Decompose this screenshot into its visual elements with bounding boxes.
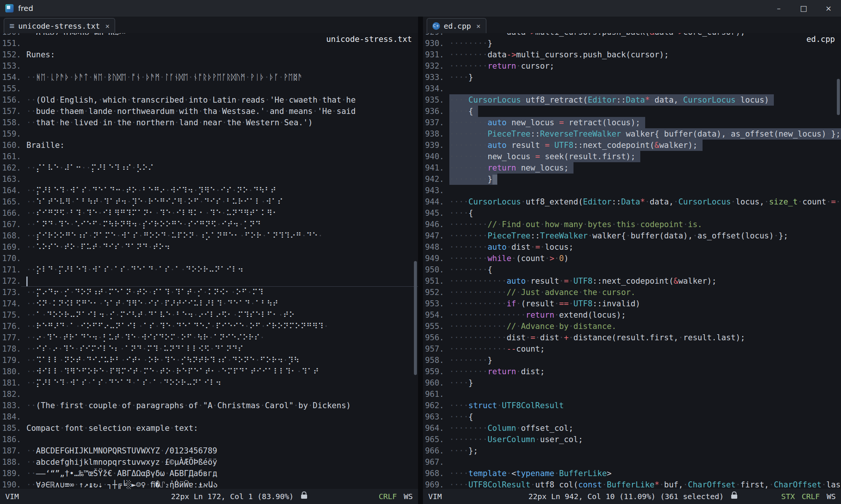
code-line[interactable]: 157.··bude·thaem·lande·northweardum·with… (0, 106, 418, 117)
code-line[interactable]: 190.··∀∂∈ℝ∧∪≡∞·↑↗↨↻⇣·┐┼╔╘░►☺♀·ﬁ�⑀₂ἠḂӥẄɐː… (0, 479, 418, 489)
code-line[interactable]: 159. (0, 128, 418, 140)
code-line[interactable]: 968.····template·<typename·BufferLike> (423, 468, 841, 479)
code-line[interactable]: 962.····struct·UTF8ColResult (423, 400, 841, 411)
code-line[interactable]: 958.········} (423, 355, 841, 366)
code-line[interactable]: 156.··(Old·English,·which·transcribed·in… (0, 94, 418, 106)
close-button[interactable]: × (816, 0, 841, 17)
code-line[interactable]: 179.··⠩⠁⠇⠇·⠝⠕⠞·⠙⠊⠌⠥⠗⠃·⠊⠞⠂·⠕⠗·⠹⠑·⡊⠳⠝⠞⠗⠹⠰⠎… (0, 355, 418, 366)
lock-icon[interactable] (301, 495, 307, 499)
tab-close-icon[interactable]: × (476, 22, 480, 30)
tab-unicode-stress-txt[interactable]: unicode-stress.txt × (4, 18, 115, 33)
code-line[interactable]: 948.········auto·dist·=·locus; (423, 241, 841, 253)
code-line[interactable]: 947.········PieceTree::TreeWalker·walker… (423, 230, 841, 241)
scrollbar-thumb[interactable] (414, 261, 417, 375)
code-line[interactable]: 184. (0, 411, 418, 423)
code-line[interactable]: 166.··⠎⠊⠛⠝⠫·⠃⠹·⠹⠑·⠊⠇⠻⠛⠹⠍⠁⠝⠂·⠹⠑·⠊⠇⠻⠅⠂·⠹⠑·… (0, 207, 418, 219)
minimize-button[interactable]: – (766, 0, 791, 17)
code-line[interactable]: 174.··⠪⠝·⠅⠝⠪⠇⠫⠛⠑⠂·⠱⠁⠞·⠹⠻⠑·⠊⠎·⠏⠜⠞⠊⠊⠥⠇⠜⠇⠹·… (0, 298, 418, 309)
code-line[interactable]: 938.········PieceTree::ReverseTreeWalker… (423, 128, 841, 140)
statusbar-left: VIM 22px Ln 172, Col 1 (83.90%) CRLFWS (0, 489, 418, 504)
code-line[interactable]: 957.············--count; (423, 343, 841, 355)
code-line[interactable]: 966.····}; (423, 445, 841, 456)
code-line[interactable]: 152.Runes: (0, 49, 418, 60)
code-line[interactable]: 960.····} (423, 377, 841, 389)
code-line[interactable]: 188.··abcdefghijklmnopqrstuvwxyz·£©µÀÆÖÞ… (0, 456, 418, 468)
code-line[interactable]: 954.················return·extend(locus)… (423, 309, 841, 321)
code-line[interactable]: 167.··⠁⠝⠙·⠹⠑·⠡⠊⠑⠋·⠍⠳⠗⠝⠻⠲·⡎⠊⠗⠕⠕⠛⠑·⠎⠊⠛⠝⠫·⠊… (0, 219, 418, 230)
code-line[interactable]: 172. (0, 275, 418, 287)
code-line[interactable]: 934. (423, 83, 841, 94)
code-line[interactable]: 154.··ᚻᛖ·ᚳᚹᚫᚦ·ᚦᚫᛏ·ᚻᛖ·ᛒᚢᛞᛖ·ᚩᚾ·ᚦᚫᛗ·ᛚᚪᚾᛞᛖ·ᚾ… (0, 72, 418, 83)
code-line[interactable]: 939.········auto·result·=·UTF8::next_cod… (423, 140, 841, 151)
code-line[interactable]: 930.········} (423, 38, 841, 49)
code-line[interactable]: 963.····{ (423, 411, 841, 423)
selection-highlight: ········} (449, 174, 497, 185)
titlebar[interactable]: fred – □ × (0, 0, 841, 17)
code-line[interactable]: 935.····CursorLocus·utf8_retract(Editor:… (423, 94, 841, 106)
filename-overlay: unicode-stress.txt (326, 35, 412, 44)
code-line[interactable]: 942.········} (423, 174, 841, 185)
code-line[interactable]: 933.····} (423, 72, 841, 83)
code-line[interactable]: 162.··⡌⠁⠧⠑·⠼⠁⠒··⡍⠜⠇⠑⠹⠰⠎·⡣⠕⠌ (0, 162, 418, 174)
code-line[interactable]: 165.··⠱⠁⠞⠑⠧⠻·⠁⠃⠳⠞·⠹⠁⠞⠲·⡹⠑·⠗⠑⠛⠊⠌⠻·⠕⠋·⠙⠊⠎·… (0, 196, 418, 207)
code-line[interactable]: 182. (0, 389, 418, 400)
code-line[interactable]: 945.····{ (423, 207, 841, 219)
code-line[interactable]: 181.··⡍⠜⠇⠑⠹·⠺⠁⠎·⠁⠎·⠙⠑⠁⠙·⠁⠎·⠁·⠙⠕⠕⠗⠤⠝⠁⠊⠇⠲ (0, 377, 418, 389)
code-line[interactable]: 173.··⡍⠔⠙⠖·⡊·⠙⠕⠝⠰⠞·⠍⠑⠁⠝·⠞⠕·⠎⠁⠹·⠹⠁⠞·⡊·⠅⠝⠪… (0, 287, 418, 298)
code-line[interactable]: 187.··ABCDEFGHIJKLMNOPQRSTUVWXYZ·/012345… (0, 445, 418, 456)
code-line[interactable]: 169.··⠡⠕⠎⠑·⠞⠕·⠏⠥⠞·⠙⠊⠎·⠙⠁⠝⠙·⠞⠕⠲ (0, 241, 418, 253)
code-line[interactable]: 164.··⡍⠜⠇⠑⠹·⠺⠁⠎·⠙⠑⠁⠙⠒·⠞⠕·⠃⠑⠛⠔·⠺⠊⠹⠲·⡹⠻⠑·⠊… (0, 185, 418, 196)
tab-ed-cpp[interactable]: ed.cpp × (427, 18, 486, 33)
code-line[interactable]: 177.··⠔·⠹⠑·⠞⠗⠁⠙⠑⠲·⡃⠥⠞·⠹⠑·⠺⠊⠎⠙⠕⠍·⠕⠋·⠳⠗·⠁⠝… (0, 332, 418, 343)
code-line[interactable]: 929.············data->multi_cursors.push… (423, 33, 841, 38)
code-line[interactable]: 180.··⠺⠊⠇⠇·⠹⠻⠑⠋⠕⠗⠑·⠏⠻⠍⠊⠞·⠍⠑·⠞⠕·⠗⠑⠏⠑⠁⠞⠂·⠑… (0, 366, 418, 377)
code-line[interactable]: 185.Compact·font·selection·example·text: (0, 423, 418, 434)
code-line[interactable]: 961. (423, 389, 841, 400)
scrollbar-left[interactable] (413, 33, 418, 489)
code-line[interactable]: 158.··that·he·lived·in·the·northern·land… (0, 117, 418, 128)
text-editor-left[interactable]: unicode-stress.txt 150.··እግርህን·በፍራሽህ·ልክ·… (0, 33, 418, 489)
code-line[interactable]: 171.··⡕⠇⠙·⡍⠜⠇⠑⠹·⠺⠁⠎·⠁⠎·⠙⠑⠁⠙·⠁⠎·⠁·⠙⠕⠕⠗⠤⠝⠁… (0, 264, 418, 275)
code-line[interactable]: 951.············auto·result·=·UTF8::next… (423, 275, 841, 287)
code-line[interactable]: 155. (0, 83, 418, 94)
code-line[interactable]: 178.··⠊⠎·⠔·⠹⠑·⠎⠊⠍⠊⠇⠑⠆·⠁⠝⠙·⠍⠹·⠥⠝⠙⠁⠇⠇⠪⠫·⠙⠁… (0, 343, 418, 355)
code-line[interactable]: 944.····CursorLocus·utf8_extend(Editor::… (423, 196, 841, 207)
code-line[interactable]: 170. (0, 253, 418, 264)
code-line[interactable]: 932.········return·cursor; (423, 60, 841, 72)
code-line[interactable]: 168.··⡎⠊⠗⠕⠕⠛⠑⠰⠎·⠝⠁⠍⠑·⠺⠁⠎·⠛⠕⠕⠙·⠥⠏⠕⠝·⠰⡡⠁⠝⠛… (0, 230, 418, 241)
code-line[interactable]: 959.········return·dist; (423, 366, 841, 377)
code-line[interactable]: 937.········auto·new_locus·=·retract(loc… (423, 117, 841, 128)
code-line[interactable]: 189.··–—‘“”„†•…‰™œŠŸž€·ΑΒΓΔΩαβγδω·АБВГДа… (0, 468, 418, 479)
text-editor-right[interactable]: ed.cpp 929.············data->multi_curso… (423, 33, 841, 489)
code-line[interactable]: 186. (0, 434, 418, 445)
lock-icon[interactable] (731, 495, 737, 499)
code-line[interactable]: 955.············//·Advance·by·distance. (423, 321, 841, 332)
tab-close-icon[interactable]: × (105, 22, 109, 30)
code-line[interactable]: 940.········new_locus·=·seek(result.firs… (423, 151, 841, 162)
code-line[interactable]: 163. (0, 174, 418, 185)
maximize-button[interactable]: □ (791, 0, 816, 17)
code-line[interactable]: 153. (0, 60, 418, 72)
code-line[interactable]: 952.············//·Just·advance·the·curs… (423, 287, 841, 298)
code-line[interactable]: 183.··(The·first·couple·of·paragraphs·of… (0, 400, 418, 411)
code-line[interactable]: 950.········{ (423, 264, 841, 275)
code-line[interactable]: 953.············if·(result·==·UTF8::inva… (423, 298, 841, 309)
code-line[interactable]: 943. (423, 185, 841, 196)
code-line[interactable]: 175.··⠁·⠙⠕⠕⠗⠤⠝⠁⠊⠇⠲·⡊·⠍⠊⠣⠞·⠙⠁⠧⠑·⠃⠑⠲·⠔⠊⠇⠔⠫… (0, 309, 418, 321)
code-line[interactable]: 931.········data->multi_cursors.push_bac… (423, 49, 841, 60)
code-line[interactable]: 949.········while·(count·>·0) (423, 253, 841, 264)
code-line[interactable]: 967. (423, 456, 841, 468)
code-line[interactable]: 969.····UTF8ColResult·utf8_col(const·Buf… (423, 479, 841, 489)
code-line[interactable]: 964.········Column·offset_col; (423, 423, 841, 434)
code-line[interactable]: 176.··⠗⠑⠛⠜⠙·⠁·⠊⠕⠋⠋⠔⠤⠝⠁⠊⠇·⠁⠎·⠹⠑·⠙⠑⠁⠙⠑⠌·⠏⠊… (0, 321, 418, 332)
code-line[interactable]: 161. (0, 151, 418, 162)
code-line[interactable]: 946.········//·Find·out·how·many·bytes·t… (423, 219, 841, 230)
code-line[interactable]: 160.Braille: (0, 140, 418, 151)
code-line[interactable]: 956.············dist·=·dist·+·distance(r… (423, 332, 841, 343)
code-line[interactable]: 965.········UserColumn·user_col; (423, 434, 841, 445)
code-line[interactable]: 941.········return·new_locus; (423, 162, 841, 174)
pane-divider[interactable] (418, 17, 423, 504)
scrollbar-thumb[interactable] (837, 79, 840, 115)
scrollbar-right[interactable] (836, 33, 841, 489)
code-line[interactable]: 936.····{ (423, 106, 841, 117)
